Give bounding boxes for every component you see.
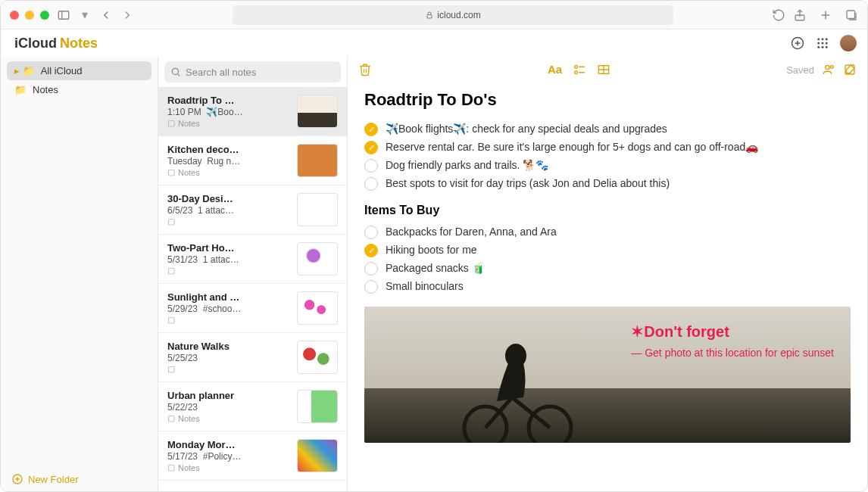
note-subheading[interactable]: Items To Buy: [364, 204, 851, 217]
svg-point-18: [826, 46, 828, 48]
app-title-notes: Notes: [60, 36, 98, 51]
checklist-text[interactable]: Hiking boots for me: [386, 244, 477, 256]
maximize-window-button[interactable]: [40, 11, 49, 20]
svg-rect-6: [847, 11, 855, 19]
editor-body[interactable]: Roadtrip To Do's ✓✈️Book flights✈️: chec…: [348, 83, 867, 492]
note-item-title: Urban planner: [167, 390, 289, 401]
note-item-preview: 5/22/23: [167, 402, 289, 413]
app-title[interactable]: iCloud Notes: [11, 36, 98, 51]
svg-point-13: [817, 42, 820, 45]
svg-point-14: [822, 42, 824, 45]
checklist-button[interactable]: [573, 63, 586, 76]
note-item-preview: 5/17/23 #Policy…: [167, 451, 289, 462]
note-item-preview: Tuesday Rug n…: [167, 156, 289, 167]
checkbox[interactable]: ✓: [364, 123, 378, 136]
app-launcher-icon[interactable]: [816, 36, 829, 50]
folder-small-icon: ▢: [167, 413, 175, 423]
note-item-folder: ▢Notes: [167, 167, 289, 177]
checkbox[interactable]: [364, 159, 378, 173]
svg-point-11: [822, 38, 824, 40]
note-item-folder: ▢Notes: [167, 462, 289, 472]
format-text-button[interactable]: Aa: [548, 63, 562, 76]
checklist-text[interactable]: Best spots to visit for day trips (ask J…: [386, 177, 670, 189]
folder-icon: 📁: [14, 84, 27, 95]
note-thumbnail: [297, 390, 338, 423]
checklist-text[interactable]: ✈️Book flights✈️: check for any special …: [386, 123, 667, 135]
note-list-item[interactable]: Roadtrip To … 1:10 PM ✈️Boo… ▢Notes: [158, 87, 347, 136]
app-title-icloud: iCloud: [14, 36, 57, 51]
checklist-text[interactable]: Small binoculars: [386, 280, 464, 292]
sidebar-toggle-icon[interactable]: [57, 8, 70, 22]
note-item-folder: ▢: [167, 266, 289, 276]
checklist-text[interactable]: Packaged snacks 🧃: [386, 262, 485, 274]
note-item-folder: ▢: [167, 216, 289, 226]
checkbox[interactable]: [364, 226, 378, 239]
note-item-title: Nature Walks: [167, 341, 289, 352]
address-bar[interactable]: icloud.com: [233, 5, 673, 25]
note-item-title: Roadtrip To …: [167, 95, 289, 106]
svg-point-12: [826, 38, 828, 40]
note-list-item[interactable]: Nature Walks 5/25/23 ▢: [158, 333, 347, 382]
checkbox[interactable]: [364, 177, 378, 191]
close-window-button[interactable]: [10, 11, 19, 20]
checklist-row[interactable]: Backpacks for Daren, Anna, and Ara: [364, 223, 851, 241]
note-list-item[interactable]: Monday Mor… 5/17/23 #Policy… ▢Notes: [158, 431, 347, 481]
note-item-folder: ▢: [167, 315, 289, 325]
checklist-text[interactable]: Reserve rental car. Be sure it's large e…: [386, 141, 758, 153]
note-title[interactable]: Roadtrip To Do's: [364, 90, 851, 110]
reload-button[interactable]: [772, 8, 785, 22]
note-list-item[interactable]: 30-Day Desi… 6/5/23 1 attac… ▢: [158, 185, 347, 235]
add-button[interactable]: [790, 36, 805, 51]
note-list-item[interactable]: Two-Part Ho… 5/31/23 1 attac… ▢: [158, 235, 347, 284]
chevron-down-icon[interactable]: ▾: [78, 8, 92, 22]
note-item-title: Sunlight and …: [167, 291, 289, 303]
new-folder-button[interactable]: New Folder: [1, 466, 158, 492]
search-input[interactable]: Search all notes: [164, 61, 341, 83]
folder-small-icon: ▢: [167, 167, 175, 177]
note-list-item[interactable]: Sunlight and … 5/29/23 #schoo… ▢: [158, 284, 347, 333]
checklist-row[interactable]: Packaged snacks 🧃: [364, 260, 851, 278]
checklist-row[interactable]: Small binoculars: [364, 278, 851, 296]
forward-button[interactable]: [120, 8, 134, 22]
note-item-preview: 5/29/23 #schoo…: [167, 304, 289, 314]
note-thumbnail: [297, 439, 338, 472]
checklist-row[interactable]: Best spots to visit for day trips (ask J…: [364, 175, 851, 193]
minimize-window-button[interactable]: [25, 11, 34, 20]
svg-point-31: [826, 65, 829, 69]
folder-item[interactable]: ▸ 📁All iCloud: [7, 61, 151, 80]
checklist-text[interactable]: Dog friendly parks and trails. 🐕🐾: [386, 159, 548, 171]
checklist-row[interactable]: ✓✈️Book flights✈️: check for any special…: [364, 120, 851, 139]
checkbox[interactable]: [364, 262, 378, 276]
checklist-row[interactable]: ✓Reserve rental car. Be sure it's large …: [364, 139, 851, 157]
back-button[interactable]: [99, 8, 113, 22]
note-item-folder: ▢: [167, 364, 289, 374]
checkbox[interactable]: ✓: [364, 141, 378, 154]
svg-point-17: [822, 46, 824, 48]
svg-line-23: [178, 74, 180, 76]
svg-rect-2: [427, 14, 432, 18]
checklist-row[interactable]: Dog friendly parks and trails. 🐕🐾: [364, 157, 851, 175]
note-item-title: 30-Day Desi…: [167, 193, 289, 204]
note-editor: Aa Saved Roadtrip To Do's ✓✈️Book flight…: [348, 57, 867, 492]
account-avatar[interactable]: [840, 35, 857, 51]
note-item-folder: ▢Notes: [167, 118, 289, 128]
handwriting-annotation: ✶Don't forget — Get photo at this locati…: [631, 322, 834, 360]
folder-item[interactable]: 📁Notes: [7, 80, 151, 99]
note-image-attachment[interactable]: ✶Don't forget — Get photo at this locati…: [364, 307, 851, 443]
tabs-overview-icon[interactable]: [845, 8, 858, 22]
collaborate-button[interactable]: [822, 63, 835, 76]
checkbox[interactable]: ✓: [364, 244, 378, 257]
new-tab-icon[interactable]: [819, 8, 832, 22]
share-icon[interactable]: [793, 8, 807, 22]
table-button[interactable]: [597, 63, 610, 76]
checklist-row[interactable]: ✓Hiking boots for me: [364, 241, 851, 260]
compose-button[interactable]: [843, 63, 857, 76]
note-item-folder: ▢Notes: [167, 413, 289, 423]
checklist-text[interactable]: Backpacks for Daren, Anna, and Ara: [386, 226, 557, 238]
folder-small-icon: ▢: [167, 118, 175, 128]
note-list-item[interactable]: Kitchen deco… Tuesday Rug n… ▢Notes: [158, 136, 347, 185]
checkbox[interactable]: [364, 280, 378, 294]
note-list-item[interactable]: Urban planner 5/22/23 ▢Notes: [158, 382, 347, 431]
folder-icon: ▸ 📁: [14, 65, 35, 76]
delete-note-button[interactable]: [358, 63, 372, 76]
